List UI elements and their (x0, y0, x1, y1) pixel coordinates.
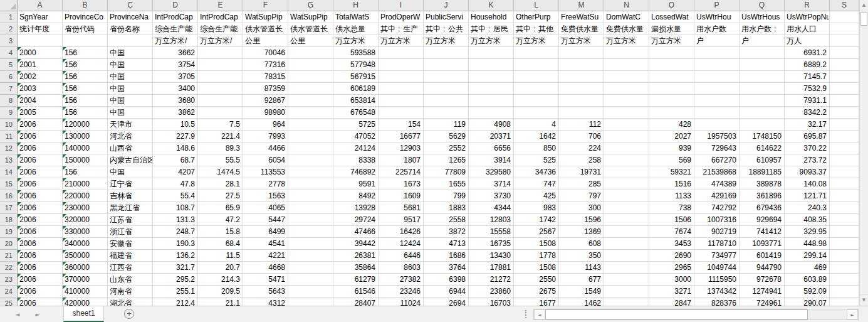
cell-B8[interactable]: 156 (63, 95, 108, 107)
cell-H6[interactable]: 567915 (333, 71, 379, 83)
cell-H12[interactable]: 24124 (333, 142, 379, 154)
cell-B9[interactable]: 156 (63, 107, 108, 119)
cell-D23[interactable]: 295.2 (153, 274, 198, 286)
cell-C19[interactable]: 浙江省 (108, 226, 153, 238)
cell-F24[interactable]: 5643 (243, 286, 288, 298)
cell-O20[interactable]: 3453 (649, 238, 694, 250)
col-header-O[interactable]: O (649, 0, 694, 11)
cell-O23[interactable]: 3000 (649, 274, 694, 286)
cell-I10[interactable]: 154 (379, 119, 424, 131)
cell-J12[interactable]: 2552 (424, 142, 469, 154)
cell-G12[interactable] (288, 142, 333, 154)
cell-F8[interactable]: 92867 (243, 95, 288, 107)
col-header-F[interactable]: F (243, 0, 288, 11)
cell-A5[interactable]: 2001 (18, 59, 63, 71)
cell-R12[interactable]: 370.22 (785, 142, 830, 154)
cell-Q22[interactable]: 944790 (740, 262, 785, 274)
cell-D2[interactable]: 综合生产能 (153, 23, 198, 35)
row-header-25[interactable]: 25 (0, 298, 18, 306)
cell-Q16[interactable]: 361896 (740, 190, 785, 202)
cell-E22[interactable]: 20.7 (198, 262, 243, 274)
cell-K2[interactable]: 其中：居民 (469, 23, 514, 35)
cell-Q6[interactable] (740, 71, 785, 83)
cell-N20[interactable] (604, 238, 649, 250)
row-header-7[interactable]: 7 (0, 83, 18, 95)
cell-L9[interactable] (514, 107, 559, 119)
cell-M12[interactable]: 224 (559, 142, 604, 154)
col-header-I[interactable]: I (379, 0, 424, 11)
cell-G7[interactable] (288, 83, 333, 95)
cell-K22[interactable]: 17881 (469, 262, 514, 274)
cell-J19[interactable]: 3872 (424, 226, 469, 238)
cell-J18[interactable]: 2558 (424, 214, 469, 226)
cell-J25[interactable]: 2694 (424, 298, 469, 306)
cell-B13[interactable]: 150000 (63, 154, 108, 166)
cell-S21[interactable] (830, 250, 859, 262)
cell-E4[interactable] (198, 47, 243, 59)
cell-C12[interactable]: 山西省 (108, 142, 153, 154)
cell-S8[interactable] (830, 95, 859, 107)
cell-R15[interactable]: 140.08 (785, 178, 830, 190)
cell-N15[interactable] (604, 178, 649, 190)
cell-F1[interactable]: WatSupPip (243, 11, 288, 23)
cell-F3[interactable]: 公里 (243, 35, 288, 47)
col-header-R[interactable]: R (785, 0, 830, 11)
cell-G21[interactable] (288, 250, 333, 262)
cell-N6[interactable] (604, 71, 649, 83)
cell-F7[interactable]: 87359 (243, 83, 288, 95)
cell-R8[interactable]: 7931.1 (785, 95, 830, 107)
cell-N18[interactable] (604, 214, 649, 226)
cell-M18[interactable]: 1596 (559, 214, 604, 226)
cell-Q3[interactable]: 户 (740, 35, 785, 47)
cell-L2[interactable]: 其中：其他 (514, 23, 559, 35)
cell-L24[interactable]: 2675 (514, 286, 559, 298)
cell-G23[interactable] (288, 274, 333, 286)
cell-H7[interactable]: 606189 (333, 83, 379, 95)
cell-C9[interactable]: 中国 (108, 107, 153, 119)
cell-Q19[interactable]: 741412 (740, 226, 785, 238)
col-header-C[interactable]: C (108, 0, 153, 11)
cell-G8[interactable] (288, 95, 333, 107)
cell-E16[interactable]: 27.5 (198, 190, 243, 202)
cell-O4[interactable] (649, 47, 694, 59)
cell-N21[interactable] (604, 250, 649, 262)
row-header-21[interactable]: 21 (0, 250, 18, 262)
cell-R4[interactable]: 6931.2 (785, 47, 830, 59)
cell-O22[interactable]: 2965 (649, 262, 694, 274)
cell-S17[interactable] (830, 202, 859, 214)
cell-E21[interactable]: 11.5 (198, 250, 243, 262)
cell-J6[interactable] (424, 71, 469, 83)
cell-R11[interactable]: 695.87 (785, 131, 830, 142)
cell-M15[interactable]: 285 (559, 178, 604, 190)
cell-H18[interactable]: 29724 (333, 214, 379, 226)
cell-H9[interactable]: 676548 (333, 107, 379, 119)
cell-G11[interactable] (288, 131, 333, 142)
cell-K7[interactable] (469, 83, 514, 95)
col-header-P[interactable]: P (694, 0, 740, 11)
cell-E15[interactable]: 28.1 (198, 178, 243, 190)
cell-C23[interactable]: 山东省 (108, 274, 153, 286)
cell-H22[interactable]: 35864 (333, 262, 379, 274)
cell-G6[interactable] (288, 71, 333, 83)
cell-R19[interactable]: 329.95 (785, 226, 830, 238)
row-header-16[interactable]: 16 (0, 190, 18, 202)
cell-P25[interactable]: 828376 (694, 298, 740, 306)
cell-G10[interactable] (288, 119, 333, 131)
cell-C17[interactable]: 黑龙江省 (108, 202, 153, 214)
cell-C3[interactable] (108, 35, 153, 47)
cell-K21[interactable]: 13430 (469, 250, 514, 262)
cell-O5[interactable] (649, 59, 694, 71)
cell-K3[interactable]: 万立方米 (469, 35, 514, 47)
cell-D11[interactable]: 227.9 (153, 131, 198, 142)
cell-B23[interactable]: 370000 (63, 274, 108, 286)
cell-S10[interactable] (830, 119, 859, 131)
add-sheet-button[interactable]: + (124, 309, 134, 319)
cell-R24[interactable]: 592.09 (785, 286, 830, 298)
col-header-S[interactable]: S (830, 0, 859, 11)
cell-S12[interactable] (830, 142, 859, 154)
cell-E2[interactable]: 综合生产能 (198, 23, 243, 35)
cell-I3[interactable]: 万立方米 (379, 35, 424, 47)
cell-D25[interactable]: 212.4 (153, 298, 198, 306)
cell-E19[interactable]: 15.8 (198, 226, 243, 238)
cell-A12[interactable]: 2006 (18, 142, 63, 154)
